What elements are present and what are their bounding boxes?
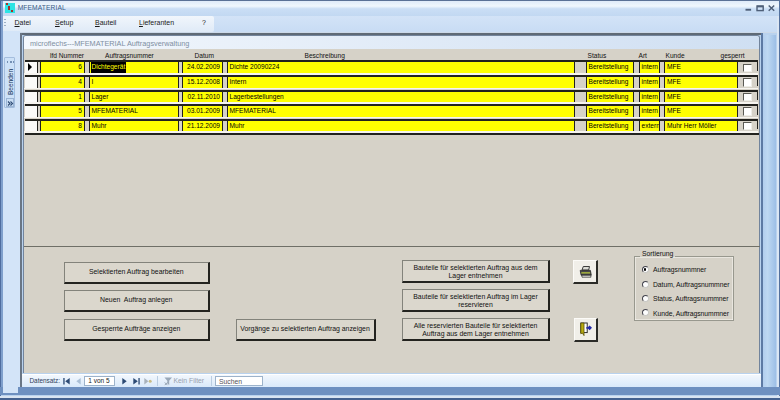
svg-text:Beenden: Beenden [7,69,14,95]
